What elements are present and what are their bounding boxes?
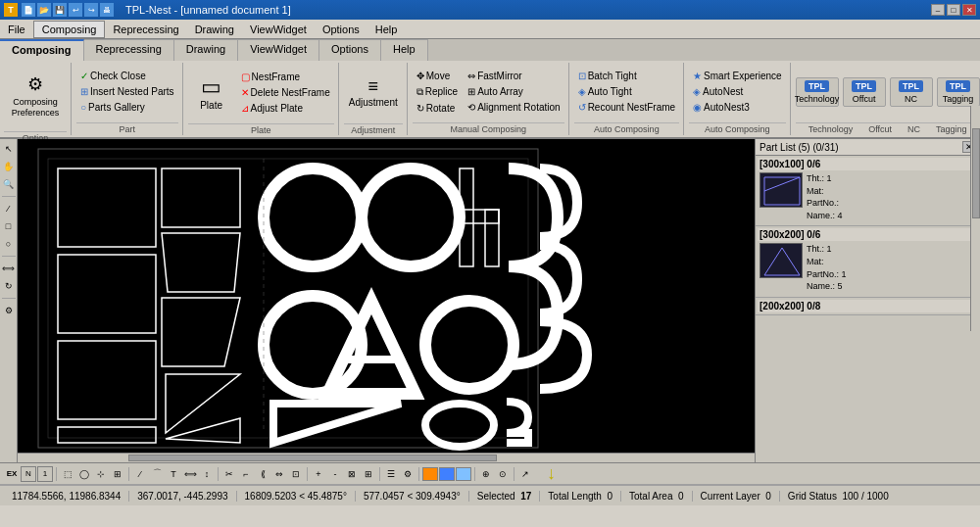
tab-drawing[interactable]: Drawing (174, 39, 238, 61)
tab-help[interactable]: Help (381, 39, 428, 61)
tool-ex[interactable]: EX (4, 466, 20, 482)
tool-text[interactable]: T (166, 466, 181, 482)
ti-sep-6 (418, 467, 419, 481)
v-scroll-thumb[interactable] (972, 139, 980, 218)
tool-arc[interactable]: ⌒ (149, 466, 165, 482)
auto-tight-button[interactable]: ◈ Auto Tight (574, 84, 679, 99)
minimize-button[interactable]: – (931, 4, 945, 16)
tool-select-circle[interactable]: ◯ (76, 466, 92, 482)
delete-nestframe-button[interactable]: ✕ Delete NestFrame (237, 85, 334, 100)
tool-mirror[interactable]: ⇔ (271, 466, 287, 482)
autonest3-button[interactable]: ◉ AutoNest3 (689, 100, 785, 115)
tool-grid[interactable]: ⊞ (110, 466, 125, 482)
nc-button[interactable]: TPL NC (890, 77, 933, 107)
svg-marker-23 (764, 177, 800, 205)
line-tool[interactable]: ∕ (1, 201, 17, 216)
qa-redo[interactable]: ↪ (84, 3, 98, 17)
rotate-tool[interactable]: ↻ (1, 278, 17, 294)
v-scrollbar-right[interactable] (970, 139, 980, 331)
tab-composing[interactable]: Composing (0, 39, 84, 61)
menu-drawing[interactable]: Drawing (187, 22, 242, 37)
qa-save[interactable]: 💾 (53, 3, 67, 17)
part-group-1-header[interactable]: [300x100] 0/6 (758, 158, 978, 170)
insert-nested-parts-button[interactable]: ⊞ Insert Nested Parts (76, 84, 178, 99)
rect-tool[interactable]: □ (1, 218, 17, 234)
color-light-blue[interactable] (456, 467, 471, 481)
plate-button[interactable]: ▭ Plate (188, 65, 235, 120)
pan-tool[interactable]: ✋ (1, 159, 17, 174)
tool-export[interactable]: ↗ (517, 466, 533, 482)
check-close-button[interactable]: ✓ Check Close (76, 69, 178, 83)
tool-zoom-out[interactable]: - (327, 466, 343, 482)
autonest-button[interactable]: ◈ AutoNest (689, 84, 785, 99)
properties-tool[interactable]: ⚙ (1, 303, 17, 318)
tab-reprecessing[interactable]: Reprecessing (84, 39, 174, 61)
tool-snap[interactable]: ⊹ (93, 466, 109, 482)
qa-new[interactable]: 📄 (22, 3, 35, 17)
batch-col: ⊡ Batch Tight ◈ Auto Tight ↺ Recount Nes… (574, 69, 679, 115)
menu-composing[interactable]: Composing (33, 21, 106, 38)
h-scroll-thumb[interactable] (128, 455, 497, 461)
menu-help[interactable]: Help (368, 22, 406, 37)
batch-tight-button[interactable]: ⊡ Batch Tight (574, 69, 679, 83)
alignment-rotation-button[interactable]: ⟲ Alignment Rotation (464, 100, 564, 115)
color-blue[interactable] (439, 467, 455, 481)
tool-dim2[interactable]: ↕ (199, 466, 215, 482)
tool-dim[interactable]: ⟺ (182, 466, 198, 482)
tool-crosshair[interactable]: ⊕ (478, 466, 494, 482)
smart-experience-button[interactable]: ★ Smart Experience (689, 69, 785, 83)
maximize-button[interactable]: □ (947, 4, 960, 16)
tool-offset[interactable]: ⟪ (255, 466, 270, 482)
circle-tool[interactable]: ○ (1, 236, 17, 252)
part-group-3-header[interactable]: [200x200] 0/8 (758, 300, 978, 312)
qa-print[interactable]: 🖶 (100, 3, 114, 17)
tool-array[interactable]: ⊡ (288, 466, 304, 482)
replice-button[interactable]: ⧉ Replice (413, 84, 462, 100)
tool-properties[interactable]: ⚙ (400, 466, 416, 482)
tool-layers[interactable]: ☰ (383, 466, 399, 482)
qa-open[interactable]: 📂 (37, 3, 51, 17)
color-orange[interactable] (422, 467, 438, 481)
qa-undo[interactable]: ↩ (69, 3, 82, 17)
auto-array-button[interactable]: ⊞ Auto Array (464, 84, 564, 99)
toolbar-divider2 (2, 256, 16, 257)
part-group-2-header[interactable]: [300x200] 0/6 (758, 228, 978, 241)
menu-viewwidget[interactable]: ViewWidget (242, 22, 315, 37)
current-layer-section: Current Layer 0 (693, 491, 780, 502)
tool-zoom-fit[interactable]: ⊠ (344, 466, 360, 482)
tool-fillet[interactable]: ⌐ (238, 466, 254, 482)
adjust-plate-button[interactable]: ⊿ Adjust Plate (237, 101, 334, 116)
tool-zoom-window[interactable]: ⊞ (361, 466, 376, 482)
recount-nestframe-button[interactable]: ↺ Recount NestFrame (574, 100, 679, 115)
measure-tool[interactable]: ⟺ (1, 261, 17, 276)
tool-1[interactable]: 1 (37, 466, 53, 482)
composing-preferences-button[interactable]: ⚙ ComposingPreferences (4, 65, 67, 127)
tool-trim[interactable]: ✂ (221, 466, 237, 482)
move-button[interactable]: ✥ Move (413, 69, 462, 83)
canvas-area[interactable] (18, 139, 755, 462)
parts-gallery-button[interactable]: ○ Parts Gallery (76, 100, 178, 115)
tab-options[interactable]: Options (319, 39, 381, 61)
adjustment-button[interactable]: ≡ Adjustment (344, 65, 403, 120)
tool-n[interactable]: N (21, 466, 36, 482)
offcut-button[interactable]: TPL Offcut (843, 77, 886, 107)
select-tool[interactable]: ↖ (1, 141, 17, 157)
tool-cursor-settings[interactable]: ⊙ (495, 466, 511, 482)
selected-label: Selected (477, 491, 515, 502)
zoom-tool[interactable]: 🔍 (1, 176, 17, 192)
tool-zoom-in[interactable]: + (311, 466, 326, 482)
menu-file[interactable]: File (0, 22, 33, 37)
menu-reprecessing[interactable]: Reprecessing (105, 22, 186, 37)
tab-viewwidget[interactable]: ViewWidget (238, 39, 319, 61)
nestframe-button[interactable]: ▢ NestFrame (237, 70, 334, 84)
tool-line[interactable]: ∕ (132, 466, 148, 482)
close-button[interactable]: ✕ (962, 4, 976, 16)
fastmirror-button[interactable]: ⇔ FastMirror (464, 69, 564, 83)
technology-button[interactable]: TPL Technology (796, 77, 839, 107)
tagging-button[interactable]: TPL Tagging (937, 77, 980, 107)
rotate-button[interactable]: ↻ Rotate (413, 101, 462, 116)
h-scrollbar[interactable] (18, 453, 755, 462)
tool-select-rect[interactable]: ⬚ (60, 466, 75, 482)
toolbar-divider3 (2, 298, 16, 299)
menu-options[interactable]: Options (315, 22, 368, 37)
